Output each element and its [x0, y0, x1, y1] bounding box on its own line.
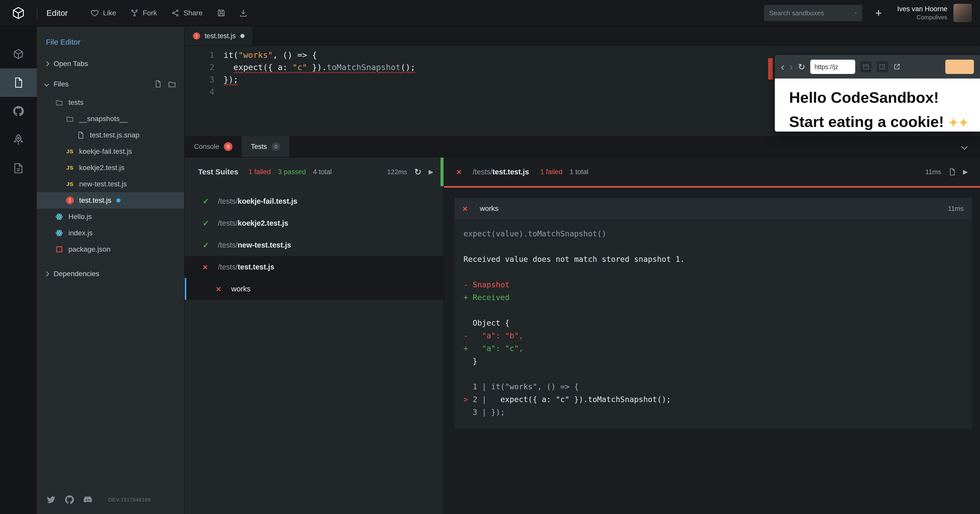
preview-navbar: ‹ › ↻ https://jz — [775, 55, 980, 79]
new-folder-icon[interactable] — [168, 80, 176, 88]
fail-icon — [216, 284, 224, 294]
suites-passed: 3 passed — [278, 168, 306, 176]
error-file-icon — [65, 197, 75, 204]
fork-label: Fork — [143, 9, 157, 17]
tree-item-Hello.js[interactable]: Hello.js — [37, 209, 184, 225]
error-output-line: > 2 | expect({ a: "c" }).toMatchSnapshot… — [463, 393, 963, 406]
tree-item-test.test.js.snap[interactable]: test.test.js.snap — [37, 127, 184, 143]
run-tests-icon[interactable] — [429, 168, 433, 175]
suite-row-koekje2.test.js[interactable]: /tests/koekje2.test.js — [185, 212, 444, 234]
pass-icon — [203, 219, 211, 228]
user-name: Ives van Hoorne — [897, 5, 947, 13]
preview-content: Hello CodeSandbox! Start eating a cookie… — [775, 79, 980, 132]
section-files[interactable]: Files — [37, 74, 184, 94]
share-button[interactable]: Share — [171, 9, 203, 17]
snapshot-file-icon[interactable] — [948, 168, 956, 176]
rail-item-sandbox[interactable] — [0, 40, 37, 68]
code-line: expect({ a: "c" }).toMatchSnapshot(); — [224, 61, 415, 73]
package-icon — [12, 48, 24, 60]
preview-subheading: Start eating a cookie! ✦✦ — [789, 113, 980, 130]
header-divider — [37, 7, 37, 19]
tree-item-tests[interactable]: tests — [37, 94, 184, 111]
error-output-line: 3 | }); — [463, 406, 963, 419]
forward-icon[interactable]: › — [789, 62, 793, 72]
back-icon[interactable]: ‹ — [781, 62, 784, 72]
modified-dot-icon — [116, 198, 121, 202]
collapse-panel-icon[interactable] — [961, 143, 967, 150]
code-line: it("works", () => { — [224, 49, 415, 61]
detail-total: 1 total — [570, 168, 589, 176]
file-tree: tests__snapshots__test.test.js.snapJSkoe… — [37, 94, 184, 257]
code-lines: it("works", () => { expect({ a: "c" }).t… — [215, 49, 415, 136]
heart-icon — [90, 9, 99, 17]
rail-item-server[interactable] — [0, 154, 37, 182]
new-file-icon[interactable] — [154, 80, 162, 88]
tree-item-koekje-fail.test.js[interactable]: JSkoekje-fail.test.js — [37, 143, 184, 160]
url-bar[interactable]: https://jz — [810, 60, 855, 74]
folder-icon — [55, 99, 64, 106]
rail-item-file-editor[interactable] — [0, 68, 37, 97]
section-dependencies[interactable]: Dependencies — [37, 263, 184, 284]
test-error-card: works 11ms expect(value).toMatchSnapshot… — [454, 198, 972, 429]
tree-item-package.json[interactable]: package.json — [37, 241, 184, 257]
tests-badge: 0 — [272, 142, 280, 151]
tab-label: test.test.js — [205, 32, 236, 40]
test-detail-body[interactable]: works 11ms expect(value).toMatchSnapshot… — [444, 188, 980, 514]
search-input[interactable] — [769, 9, 855, 17]
highlighted-toggle[interactable] — [945, 60, 974, 74]
editor-tabbar: test.test.js — [185, 27, 980, 46]
suite-row-koekje-fail.test.js[interactable]: /tests/koekje-fail.test.js — [185, 190, 444, 212]
tree-item-test.test.js[interactable]: test.test.js — [37, 192, 184, 209]
tab-tests[interactable]: Tests 0 — [242, 136, 290, 157]
url-text: https://jz — [815, 63, 838, 71]
save-button[interactable] — [217, 9, 226, 17]
chevron-down-icon — [44, 82, 49, 87]
code-line: }); — [224, 73, 415, 86]
codesandbox-logo[interactable] — [0, 6, 37, 20]
error-output-line — [463, 304, 963, 317]
tree-item-label: test.test.js.snap — [90, 131, 140, 139]
tree-item-koekje2.test.js[interactable]: JSkoekje2.test.js — [37, 160, 184, 176]
avatar[interactable] — [953, 4, 972, 22]
line-number: 4 — [185, 86, 215, 98]
new-sandbox-button[interactable] — [875, 7, 882, 19]
github-icon[interactable] — [64, 495, 75, 505]
discord-icon[interactable] — [83, 495, 93, 505]
devtools-icon[interactable] — [877, 61, 888, 72]
fail-icon — [463, 204, 471, 214]
suite-row-test.test.js[interactable]: /tests/test.test.js — [185, 256, 444, 278]
error-output-line: - "a": "b", — [463, 329, 963, 342]
tree-item-label: __snapshots__ — [79, 115, 127, 123]
detail-time: 11ms — [925, 168, 941, 176]
download-button[interactable] — [239, 9, 248, 17]
suite-row-new-test.test.js[interactable]: /tests/new-test.test.js — [185, 234, 444, 256]
open-tabs-label: Open Tabs — [54, 60, 88, 68]
detail-failed: 1 failed — [540, 168, 563, 176]
tree-item-new-test.test.js[interactable]: JSnew-test.test.js — [37, 176, 184, 192]
run-suite-icon[interactable] — [963, 168, 968, 175]
fork-button[interactable]: Fork — [130, 9, 157, 17]
file-icon — [13, 77, 24, 88]
tree-item-index.js[interactable]: index.js — [37, 225, 184, 241]
tree-item-label: Hello.js — [68, 213, 92, 221]
refresh-icon[interactable]: ↻ — [798, 62, 805, 72]
files-label: Files — [54, 80, 68, 88]
line-number: 3 — [185, 73, 215, 86]
error-card-header[interactable]: works 11ms — [454, 198, 972, 219]
rail-item-github[interactable] — [0, 97, 37, 125]
rerun-tests-icon[interactable] — [414, 167, 422, 177]
share-label: Share — [183, 9, 203, 17]
open-external-icon[interactable] — [893, 63, 900, 71]
suite-path-prefix: /tests/ — [218, 219, 238, 227]
twitter-icon[interactable] — [46, 495, 56, 505]
tab-test-test-js[interactable]: test.test.js — [185, 27, 253, 45]
suite-row-works[interactable]: works — [185, 278, 444, 300]
like-button[interactable]: Like — [90, 9, 116, 17]
fail-icon — [456, 167, 465, 177]
tree-item-__snapshots__[interactable]: __snapshots__ — [37, 111, 184, 127]
file-icon — [76, 131, 85, 139]
section-open-tabs[interactable]: Open Tabs — [37, 54, 184, 74]
rail-item-deploy[interactable] — [0, 125, 37, 154]
split-view-icon[interactable] — [860, 61, 872, 72]
tab-console[interactable]: Console 9 — [185, 136, 242, 157]
